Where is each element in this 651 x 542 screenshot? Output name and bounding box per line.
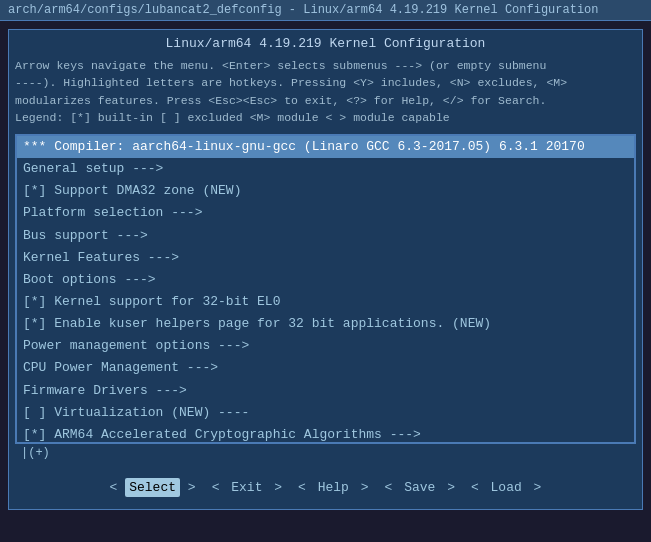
menu-item[interactable]: [*] ARM64 Accelerated Cryptographic Algo… bbox=[17, 424, 634, 444]
button-bar: < Select >< Exit >< Help >< Save >< Load… bbox=[15, 472, 636, 503]
help-text: Arrow keys navigate the menu. <Enter> se… bbox=[15, 57, 636, 126]
menu-item[interactable]: Bus support ---> bbox=[17, 225, 634, 247]
menu-container[interactable]: *** Compiler: aarch64-linux-gnu-gcc (Lin… bbox=[15, 134, 636, 444]
title-bar-text: arch/arm64/configs/lubancat2_defconfig -… bbox=[8, 3, 599, 17]
menu-item[interactable]: [ ] Virtualization (NEW) ---- bbox=[17, 402, 634, 424]
menu-item[interactable]: Platform selection ---> bbox=[17, 202, 634, 224]
help-line: Arrow keys navigate the menu. <Enter> se… bbox=[15, 57, 636, 74]
menu-item[interactable]: CPU Power Management ---> bbox=[17, 357, 634, 379]
menu-item[interactable]: Boot options ---> bbox=[17, 269, 634, 291]
help-line: ----). Highlighted letters are hotkeys. … bbox=[15, 74, 636, 91]
help-line: Legend: [*] built-in [ ] excluded <M> mo… bbox=[15, 109, 636, 126]
menu-item[interactable]: [*] Support DMA32 zone (NEW) bbox=[17, 180, 634, 202]
menu-item[interactable]: *** Compiler: aarch64-linux-gnu-gcc (Lin… bbox=[17, 136, 634, 158]
help-button-label[interactable]: Help bbox=[314, 478, 353, 497]
menu-item[interactable]: Power management options ---> bbox=[17, 335, 634, 357]
menu-item[interactable]: [*] Enable kuser helpers page for 32 bit… bbox=[17, 313, 634, 335]
select-button-label[interactable]: Select bbox=[125, 478, 180, 497]
help-button[interactable]: < Help > bbox=[298, 478, 368, 497]
save-button-label[interactable]: Save bbox=[400, 478, 439, 497]
help-line: modularizes features. Press <Esc><Esc> t… bbox=[15, 92, 636, 109]
save-button[interactable]: < Save > bbox=[385, 478, 455, 497]
menu-item[interactable]: Firmware Drivers ---> bbox=[17, 380, 634, 402]
dialog-title: Linux/arm64 4.19.219 Kernel Configuratio… bbox=[15, 36, 636, 51]
menu-item[interactable]: General setup ---> bbox=[17, 158, 634, 180]
menu-item[interactable]: Kernel Features ---> bbox=[17, 247, 634, 269]
title-bar: arch/arm64/configs/lubancat2_defconfig -… bbox=[0, 0, 651, 21]
outer-container: Linux/arm64 4.19.219 Kernel Configuratio… bbox=[8, 29, 643, 510]
exit-button-label[interactable]: Exit bbox=[227, 478, 266, 497]
load-button-label[interactable]: Load bbox=[487, 478, 526, 497]
exit-button[interactable]: < Exit > bbox=[212, 478, 282, 497]
select-button[interactable]: < Select > bbox=[110, 478, 196, 497]
status-line: |(+) bbox=[15, 444, 636, 464]
load-button[interactable]: < Load > bbox=[471, 478, 541, 497]
menu-item[interactable]: [*] Kernel support for 32-bit EL0 bbox=[17, 291, 634, 313]
